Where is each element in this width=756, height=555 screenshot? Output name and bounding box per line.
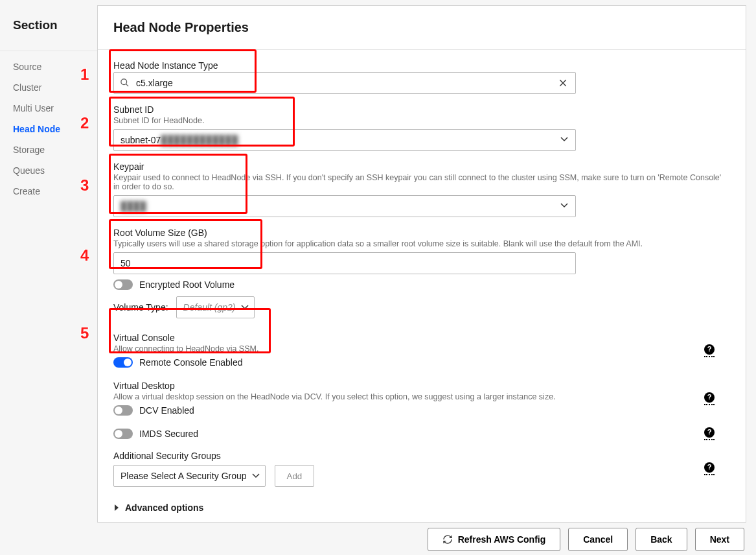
field-keypair: Keypair Keypair used to connect to HeadN… bbox=[113, 161, 730, 217]
sidebar-item-head-node[interactable]: Head Node bbox=[13, 119, 97, 139]
advanced-options-toggle[interactable]: Advanced options bbox=[113, 502, 730, 513]
help-icon[interactable]: ? bbox=[704, 392, 715, 403]
volume-type-value: Default (gp2) bbox=[183, 302, 236, 313]
help-icon[interactable]: ? bbox=[704, 462, 715, 473]
cancel-button[interactable]: Cancel bbox=[568, 528, 628, 551]
label-volume-type: Volume Type: bbox=[113, 302, 168, 313]
label-imds: IMDS Secured bbox=[139, 429, 198, 439]
field-subnet: Subnet ID Subnet ID for HeadNode. subnet… bbox=[113, 104, 730, 151]
hint-keypair: Keypair used to connect to HeadNode via … bbox=[113, 173, 729, 191]
field-root-volume: Root Volume Size (GB) Typically users wi… bbox=[113, 228, 730, 274]
label-subnet: Subnet ID bbox=[113, 104, 730, 115]
field-instance-type: Head Node Instance Type bbox=[113, 60, 730, 94]
field-security-groups: Additional Security Groups Please Select… bbox=[113, 451, 730, 487]
add-security-group-button[interactable]: Add bbox=[275, 465, 315, 487]
next-button[interactable]: Next bbox=[695, 528, 744, 551]
label-remote-console: Remote Console Enabled bbox=[139, 357, 243, 368]
hint-virtual-console: Allow connecting to HeadNode via SSM. bbox=[113, 344, 730, 353]
label-advanced: Advanced options bbox=[125, 502, 203, 513]
label-instance-type: Head Node Instance Type bbox=[113, 60, 730, 71]
label-virtual-console: Virtual Console bbox=[113, 333, 730, 343]
field-virtual-desktop: Virtual Desktop Allow a virtual desktop … bbox=[113, 381, 730, 416]
label-virtual-desktop: Virtual Desktop bbox=[113, 381, 730, 391]
sidebar-item-storage[interactable]: Storage bbox=[13, 139, 97, 160]
label-root-volume: Root Volume Size (GB) bbox=[113, 228, 730, 238]
subnet-value-redacted: ████████████ bbox=[161, 135, 238, 145]
field-encrypted: Encrypted Root Volume bbox=[113, 279, 730, 290]
clear-icon[interactable] bbox=[558, 78, 568, 88]
sidebar-item-multi-user[interactable]: Multi User bbox=[13, 98, 97, 119]
keypair-value-redacted: ████ bbox=[120, 201, 146, 211]
hint-subnet: Subnet ID for HeadNode. bbox=[113, 116, 730, 125]
footer: Refresh AWS Config Cancel Back Next bbox=[0, 524, 756, 555]
instance-type-input[interactable] bbox=[113, 72, 576, 94]
svg-point-0 bbox=[121, 79, 127, 85]
caret-right-icon bbox=[113, 504, 120, 512]
main: Head Node Properties Head Node Instance … bbox=[97, 0, 756, 524]
chevron-down-icon bbox=[241, 305, 249, 310]
hint-root-volume: Typically users will use a shared storag… bbox=[113, 239, 729, 248]
field-virtual-console: Virtual Console Allow connecting to Head… bbox=[113, 333, 730, 368]
hint-virtual-desktop: Allow a virtual desktop session on the H… bbox=[113, 392, 696, 401]
search-icon bbox=[120, 78, 130, 88]
label-encrypted: Encrypted Root Volume bbox=[139, 279, 235, 290]
help-underline bbox=[704, 439, 715, 440]
page-title: Head Node Properties bbox=[113, 20, 730, 35]
root-volume-input[interactable] bbox=[113, 252, 576, 274]
security-group-select[interactable]: Please Select A Security Group bbox=[113, 465, 266, 487]
chevron-down-icon bbox=[560, 137, 568, 142]
label-dcv: DCV Enabled bbox=[139, 405, 194, 416]
label-keypair: Keypair bbox=[113, 161, 730, 172]
remote-console-toggle[interactable] bbox=[113, 357, 133, 368]
sidebar-item-cluster[interactable]: Cluster bbox=[13, 77, 97, 98]
sidebar: Section Source Cluster Multi User Head N… bbox=[0, 0, 97, 524]
dcv-toggle[interactable] bbox=[113, 405, 133, 416]
help-underline bbox=[704, 356, 715, 357]
field-imds: IMDS Secured ? bbox=[113, 429, 730, 439]
imds-toggle[interactable] bbox=[113, 429, 133, 439]
keypair-select[interactable]: ████ bbox=[113, 195, 576, 217]
svg-line-1 bbox=[126, 84, 128, 86]
divider bbox=[0, 51, 97, 51]
sidebar-item-source[interactable]: Source bbox=[13, 56, 97, 77]
sidebar-title: Section bbox=[13, 18, 97, 32]
chevron-down-icon bbox=[252, 473, 260, 478]
help-underline bbox=[704, 474, 715, 475]
help-icon[interactable]: ? bbox=[704, 427, 715, 438]
help-underline bbox=[704, 404, 715, 405]
back-button[interactable]: Back bbox=[636, 528, 687, 551]
security-group-placeholder: Please Select A Security Group bbox=[120, 471, 247, 481]
refresh-label: Refresh AWS Config bbox=[458, 534, 546, 545]
refresh-config-button[interactable]: Refresh AWS Config bbox=[428, 528, 561, 551]
help-icon[interactable]: ? bbox=[704, 344, 715, 355]
subnet-value-prefix: subnet-07 bbox=[120, 135, 161, 145]
properties-panel: Head Node Properties Head Node Instance … bbox=[97, 5, 746, 523]
refresh-icon bbox=[442, 534, 453, 545]
field-volume-type: Volume Type: Default (gp2) bbox=[113, 296, 730, 318]
label-security-groups: Additional Security Groups bbox=[113, 451, 730, 461]
chevron-down-icon bbox=[560, 203, 568, 208]
sidebar-item-queues[interactable]: Queues bbox=[13, 160, 97, 181]
encrypted-toggle[interactable] bbox=[113, 279, 133, 290]
volume-type-select[interactable]: Default (gp2) bbox=[176, 296, 255, 318]
subnet-select[interactable]: subnet-07████████████ bbox=[113, 129, 576, 151]
sidebar-item-create[interactable]: Create bbox=[13, 181, 97, 202]
